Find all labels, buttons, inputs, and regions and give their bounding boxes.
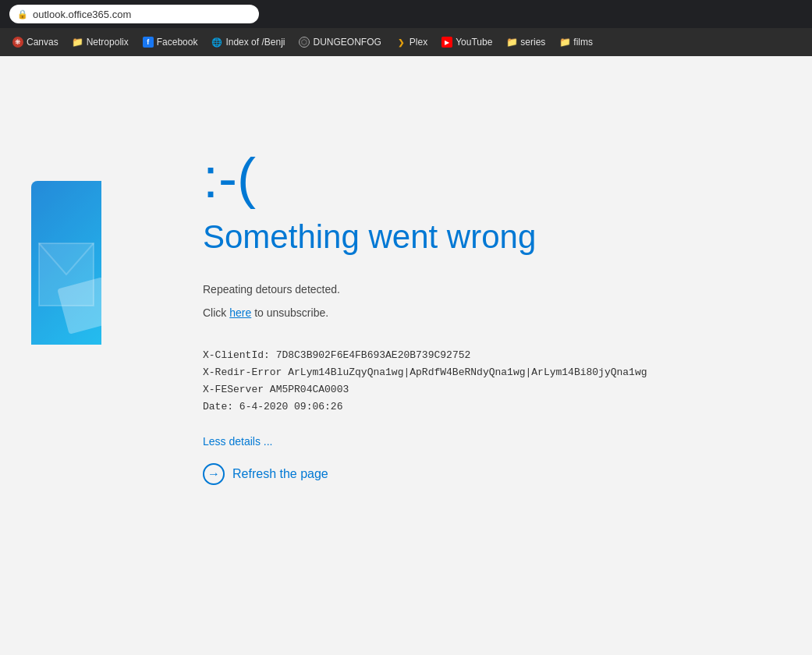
browser-top-bar: 🔒 outlook.office365.com bbox=[0, 0, 812, 28]
date-value: 6-4-2020 09:06:26 bbox=[239, 401, 343, 412]
bookmark-netropolix-label: Netropolix bbox=[87, 37, 129, 48]
plex-icon: ❯ bbox=[395, 37, 406, 48]
refresh-circle-icon: → bbox=[203, 463, 225, 485]
bookmark-youtube[interactable]: ▶ YouTube bbox=[435, 34, 498, 51]
bookmark-index-benji[interactable]: 🌐 Index of /Benji bbox=[205, 34, 291, 51]
bookmark-series[interactable]: 📁 series bbox=[500, 34, 551, 51]
fe-server-line: X-FEServer AM5PR04CA0003 bbox=[203, 381, 647, 398]
redir-error-value: ArLym14BluZqyQna1wg|ApRdfW4BeRNdyQna1wg|… bbox=[288, 366, 647, 378]
fe-server-label: X-FEServer bbox=[203, 384, 264, 395]
series-folder-icon: 📁 bbox=[506, 37, 517, 48]
canvas-icon: ❋ bbox=[12, 37, 23, 48]
netropolix-icon: 📁 bbox=[73, 37, 83, 48]
bookmark-films-label: films bbox=[573, 37, 593, 48]
youtube-icon: ▶ bbox=[441, 37, 452, 48]
error-main-content: :-( Something went wrong Repeating detou… bbox=[172, 103, 679, 655]
page-content: :-( Something went wrong Repeating detou… bbox=[0, 56, 812, 655]
bookmark-canvas[interactable]: ❋ Canvas bbox=[6, 34, 65, 51]
unsubscribe-paragraph: Click here to unsubscribe. bbox=[203, 304, 647, 321]
redir-error-label: X-Redir-Error bbox=[203, 366, 282, 378]
client-id-line: X-ClientId: 7D8C3B902F6E4FB693AE20B739C9… bbox=[203, 347, 647, 364]
fe-server-value: AM5PR04CA0003 bbox=[270, 384, 349, 395]
bookmark-dungeonfog[interactable]: ⬡ DUNGEONFOG bbox=[293, 34, 387, 51]
bookmark-plex[interactable]: ❯ Plex bbox=[389, 34, 434, 51]
date-label: Date: bbox=[203, 401, 233, 412]
refresh-label: Refresh the page bbox=[232, 467, 328, 481]
address-bar[interactable]: 🔒 outlook.office365.com bbox=[9, 5, 259, 23]
address-text: outlook.office365.com bbox=[33, 9, 131, 20]
bookmark-index-benji-label: Index of /Benji bbox=[225, 37, 285, 48]
bookmark-dungeonfog-label: DUNGEONFOG bbox=[313, 37, 381, 48]
client-id-value: 7D8C3B902F6E4FB693AE20B739C92752 bbox=[276, 349, 471, 361]
bookmark-series-label: series bbox=[520, 37, 545, 48]
bookmark-plex-label: Plex bbox=[410, 37, 427, 48]
click-text: Click bbox=[203, 306, 229, 319]
date-line: Date: 6-4-2020 09:06:26 bbox=[203, 398, 647, 416]
refresh-button[interactable]: → Refresh the page bbox=[203, 463, 328, 485]
bookmark-youtube-label: YouTube bbox=[456, 37, 492, 48]
less-details-link[interactable]: Less details ... bbox=[203, 435, 273, 448]
repeating-detours-text: Repeating detours detected. bbox=[203, 281, 647, 298]
outlook-logo-partial bbox=[31, 181, 101, 345]
bookmarks-bar: ❋ Canvas 📁 Netropolix f Facebook 🌐 Index… bbox=[0, 28, 812, 56]
lock-icon: 🔒 bbox=[17, 9, 28, 19]
bookmark-films[interactable]: 📁 films bbox=[553, 34, 599, 51]
error-details-block: X-ClientId: 7D8C3B902F6E4FB693AE20B739C9… bbox=[203, 347, 647, 416]
bookmark-facebook[interactable]: f Facebook bbox=[137, 34, 204, 51]
unsubscribe-text: to unsubscribe. bbox=[251, 306, 328, 319]
films-folder-icon: 📁 bbox=[559, 37, 570, 48]
facebook-icon: f bbox=[143, 37, 154, 48]
dungeon-icon: ⬡ bbox=[299, 37, 310, 48]
here-link[interactable]: here bbox=[229, 306, 251, 319]
bookmark-canvas-label: Canvas bbox=[27, 37, 59, 48]
error-title: Something went wrong bbox=[203, 218, 647, 256]
client-id-label: X-ClientId: bbox=[203, 349, 270, 361]
sad-face-emoji: :-( bbox=[203, 150, 647, 206]
bookmark-facebook-label: Facebook bbox=[157, 37, 198, 48]
redir-error-line: X-Redir-Error ArLym14BluZqyQna1wg|ApRdfW… bbox=[203, 364, 647, 381]
globe-icon: 🌐 bbox=[211, 37, 222, 48]
bookmark-netropolix[interactable]: 📁 Netropolix bbox=[66, 34, 135, 51]
